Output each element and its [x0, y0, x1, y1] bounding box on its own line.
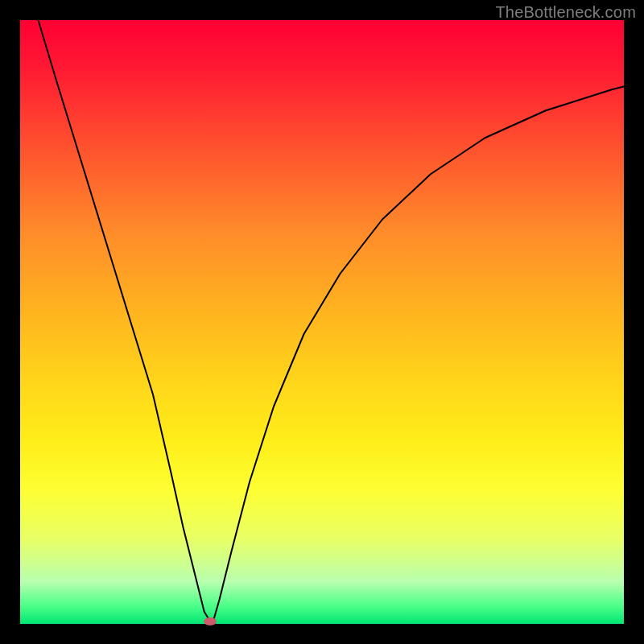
plot-area	[20, 20, 624, 624]
minimum-marker	[204, 617, 217, 625]
bottleneck-curve	[20, 20, 624, 624]
watermark-text: TheBottleneck.com	[495, 3, 636, 22]
